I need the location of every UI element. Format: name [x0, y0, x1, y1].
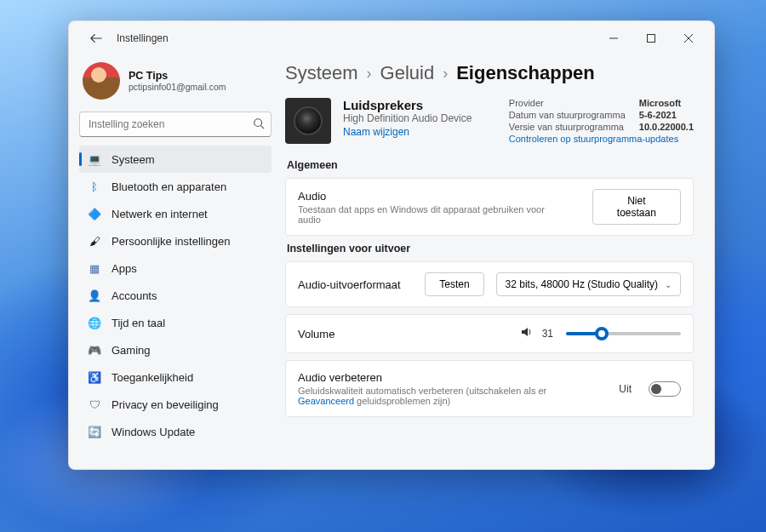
profile-name: PC Tips	[129, 70, 226, 82]
rename-link[interactable]: Naam wijzigen	[343, 126, 472, 138]
enhance-toggle[interactable]	[649, 381, 681, 397]
breadcrumb: Systeem › Geluid › Eigenschappen	[285, 62, 694, 84]
volume-icon[interactable]	[520, 325, 534, 342]
gaming-icon: 🎮	[88, 344, 101, 357]
nav-network[interactable]: 🔷Netwerk en internet	[79, 200, 272, 227]
network-icon: 🔷	[88, 208, 101, 220]
crumb-eigenschappen: Eigenschappen	[456, 62, 595, 84]
svg-line-5	[261, 126, 265, 129]
settings-window: Instellingen PC Tips pctipsinfo01@gmail.…	[68, 20, 715, 470]
advanced-link[interactable]: Geavanceerd	[298, 396, 354, 406]
check-driver-updates-link[interactable]: Controleren op stuurprogramma-updates	[509, 134, 694, 144]
titlebar: Instellingen	[69, 21, 714, 55]
format-title: Audio-uitvoerformaat	[298, 278, 401, 291]
speaker-device-icon	[285, 98, 331, 144]
section-output: Instellingen voor uitvoer	[287, 243, 694, 255]
profile-email: pctipsinfo01@gmail.com	[129, 82, 226, 92]
content: Systeem › Geluid › Eigenschappen Luidspr…	[282, 55, 714, 469]
back-button[interactable]	[83, 25, 110, 52]
nav-time[interactable]: 🌐Tijd en taal	[79, 309, 272, 336]
volume-card: Volume 31	[285, 314, 694, 353]
enhance-title: Audio verbeteren	[298, 371, 553, 384]
window-title: Instellingen	[117, 32, 169, 44]
nav-privacy[interactable]: 🛡Privacy en beveiliging	[79, 391, 272, 418]
audio-title: Audio	[298, 190, 569, 203]
nav-apps[interactable]: ▦Apps	[79, 255, 272, 282]
privacy-icon: 🛡	[88, 398, 101, 411]
minimize-icon	[609, 34, 618, 43]
search-icon	[253, 117, 265, 133]
disallow-button[interactable]: Niet toestaan	[592, 189, 681, 225]
update-icon: 🔄	[88, 426, 101, 438]
window-controls	[595, 25, 707, 52]
close-icon	[684, 34, 693, 43]
search-input[interactable]	[79, 112, 272, 137]
device-header: Luidsprekers High Definition Audio Devic…	[285, 98, 694, 144]
apps-icon: ▦	[88, 262, 101, 275]
volume-slider[interactable]	[566, 332, 681, 335]
nav-gaming[interactable]: 🎮Gaming	[79, 336, 272, 363]
bluetooth-icon: ᛒ	[88, 180, 101, 193]
profile[interactable]: PC Tips pctipsinfo01@gmail.com	[79, 55, 272, 112]
avatar	[83, 62, 120, 100]
system-icon: 💻	[88, 153, 101, 166]
svg-rect-1	[648, 35, 655, 43]
enhance-card: Audio verbeteren Geluidskwaliteit automa…	[285, 360, 694, 417]
nav-bluetooth[interactable]: ᛒBluetooth en apparaten	[79, 173, 272, 200]
volume-value: 31	[542, 328, 557, 340]
audio-allow-card: Audio Toestaan dat apps en Windows dit a…	[285, 178, 694, 236]
section-general: Algemeen	[287, 159, 694, 171]
chevron-right-icon: ›	[367, 65, 372, 83]
volume-title: Volume	[298, 328, 334, 340]
audio-sub: Toestaan dat apps en Windows dit apparaa…	[298, 204, 569, 225]
format-selected: 32 bits, 48000 Hz (Studio Quality)	[506, 278, 658, 290]
format-select[interactable]: 32 bits, 48000 Hz (Studio Quality) ⌄	[496, 272, 681, 296]
crumb-systeem[interactable]: Systeem	[285, 62, 358, 84]
nav-systeem[interactable]: 💻Systeem	[79, 146, 272, 173]
time-icon: 🌐	[88, 317, 101, 329]
device-meta: ProviderMicrosoft Datum van stuurprogram…	[509, 98, 694, 144]
chevron-down-icon: ⌄	[665, 280, 672, 289]
nav-update[interactable]: 🔄Windows Update	[79, 418, 272, 445]
nav-personalization[interactable]: 🖌Persoonlijke instellingen	[79, 227, 272, 255]
device-name: Luidsprekers	[343, 98, 472, 112]
nav-accessibility[interactable]: ♿Toegankelijkheid	[79, 363, 272, 391]
test-button[interactable]: Testen	[425, 272, 483, 296]
accounts-icon: 👤	[88, 289, 101, 302]
maximize-button[interactable]	[632, 25, 670, 52]
device-subtitle: High Definition Audio Device	[343, 112, 472, 124]
maximize-icon	[647, 34, 655, 43]
minimize-button[interactable]	[595, 25, 632, 52]
nav-accounts[interactable]: 👤Accounts	[79, 282, 272, 309]
arrow-left-icon	[90, 32, 102, 44]
close-button[interactable]	[670, 25, 707, 52]
enhance-sub: Geluidskwaliteit automatisch verbeteren …	[298, 386, 553, 406]
sidebar: PC Tips pctipsinfo01@gmail.com 💻Systeem …	[69, 55, 282, 469]
brush-icon: 🖌	[88, 235, 101, 248]
format-card: Audio-uitvoerformaat Testen 32 bits, 480…	[285, 261, 694, 307]
crumb-geluid[interactable]: Geluid	[380, 62, 435, 84]
nav-list: 💻Systeem ᛒBluetooth en apparaten 🔷Netwer…	[79, 146, 272, 445]
toggle-state: Uit	[619, 383, 632, 395]
search-box	[79, 112, 272, 137]
accessibility-icon: ♿	[88, 371, 101, 384]
chevron-right-icon: ›	[443, 65, 448, 83]
svg-point-4	[254, 119, 262, 127]
